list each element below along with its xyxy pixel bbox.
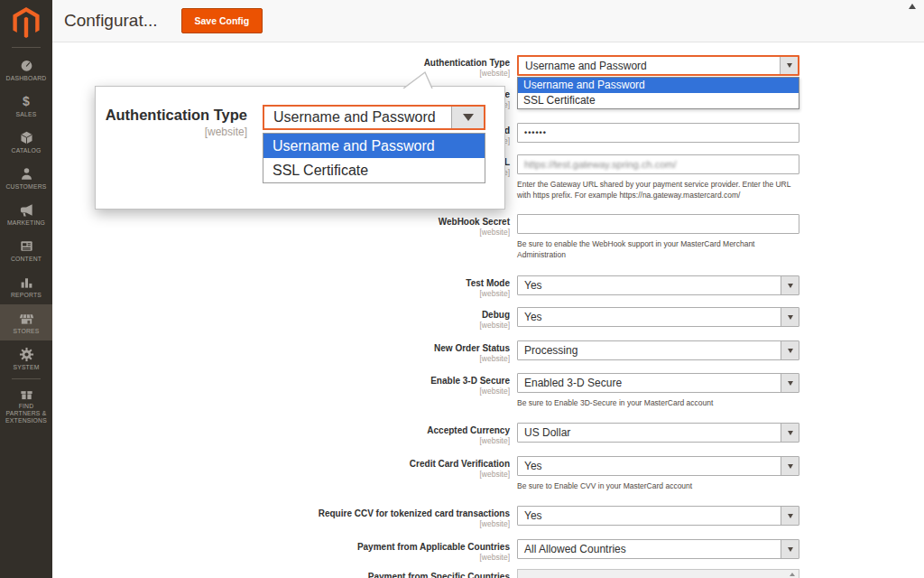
callout-field-label: Authentication Type [106, 107, 247, 124]
field-scope: [website] [143, 289, 510, 299]
magento-logo-icon [13, 7, 40, 38]
magento-logo[interactable] [0, 0, 52, 45]
sales-dollar-icon: $ [23, 94, 30, 109]
accepted-currency-select[interactable]: US Dollar [517, 423, 799, 443]
customers-person-icon [19, 166, 34, 182]
field-note: Be sure to Enable CVV in your MasterCard… [517, 480, 793, 491]
field-scope: [website] [143, 553, 510, 563]
field-label: Payment from Applicable Countries [143, 542, 510, 553]
sidebar-item-catalog[interactable]: CATALOG [0, 124, 52, 160]
callout-dropdown-option[interactable]: SSL Certificate [263, 158, 485, 182]
admin-sidebar: DASHBOARD $ SALES CATALOG CUSTOMERS MARK… [0, 0, 52, 578]
system-gear-icon [19, 347, 34, 362]
sidebar-item-label: DASHBOARD [6, 75, 47, 82]
sidebar-item-label: CATALOG [12, 147, 42, 154]
field-scope: [website] [143, 69, 510, 79]
api-password-input[interactable]: •••••• [517, 123, 799, 143]
sidebar-item-find-partners[interactable]: FIND PARTNERS & EXTENSIONS [0, 383, 52, 426]
sidebar-item-stores[interactable]: STORES [0, 304, 52, 340]
chevron-down-icon [788, 547, 793, 552]
field-note: Be sure to Enable 3D-Secure in your Mast… [517, 397, 793, 408]
sidebar-item-label: CONTENT [11, 256, 42, 263]
field-label: Debug [143, 310, 510, 321]
callout-dropdown-option[interactable]: Username and Password [263, 134, 485, 158]
sidebar-item-customers[interactable]: CUSTOMERS [0, 160, 52, 196]
dashboard-gauge-icon [19, 58, 34, 73]
field-scope: [website] [143, 519, 510, 529]
field-label: WebHook Secret [143, 217, 510, 228]
sidebar-item-content[interactable]: CONTENT [0, 232, 52, 268]
chevron-down-icon [788, 284, 793, 288]
chevron-down-icon [788, 464, 793, 469]
dropdown-option[interactable]: Username and Password [518, 78, 799, 93]
chevron-down-icon [788, 381, 793, 386]
require-ccv-select[interactable]: Yes [517, 506, 799, 526]
field-scope: [website] [143, 436, 510, 446]
field-label: Test Mode [143, 278, 510, 289]
magento-admin-page: DASHBOARD $ SALES CATALOG CUSTOMERS MARK… [0, 0, 924, 578]
sidebar-item-dashboard[interactable]: DASHBOARD [0, 51, 52, 88]
credit-card-verification-select[interactable]: Yes [517, 456, 799, 476]
authentication-type-callout: Authentication Type [website] Username a… [95, 86, 505, 210]
field-label: Authentication Type [143, 58, 510, 69]
webhook-secret-input[interactable] [517, 214, 799, 234]
field-label: New Order Status [143, 343, 510, 354]
sidebar-item-label: STORES [13, 328, 39, 335]
field-note: Be sure to enable the WebHook support in… [517, 238, 793, 261]
chevron-down-icon [788, 514, 793, 518]
field-label: Enable 3-D Secure [143, 376, 510, 387]
content-page-icon [19, 238, 34, 254]
sidebar-item-reports[interactable]: REPORTS [0, 268, 52, 304]
select-value: Username and Password [519, 57, 780, 74]
field-label: Require CCV for tokenized card transacti… [143, 508, 510, 519]
field-note: Enter the Gateway URL shared by your pay… [517, 179, 793, 201]
payment-applicable-countries-select[interactable]: All Allowed Countries [517, 539, 799, 559]
new-order-status-select[interactable]: Processing [517, 340, 799, 360]
enable-3d-secure-select[interactable]: Enabled 3-D Secure [517, 373, 799, 393]
stores-shop-icon [19, 311, 34, 326]
blurred-url-value: https://test.gateway.spring.ch.com/ [524, 159, 677, 170]
api-gateway-url-input[interactable]: https://test.gateway.spring.ch.com/ [517, 154, 799, 174]
callout-dropdown: Username and Password SSL Certificate [263, 133, 485, 183]
sidebar-item-label: MARKETING [7, 219, 45, 227]
sidebar-item-label: FIND PARTNERS & EXTENSIONS [2, 403, 51, 424]
chevron-down-icon [787, 63, 792, 68]
test-mode-select[interactable]: Yes [517, 275, 799, 295]
catalog-box-icon [19, 130, 34, 145]
callout-pointer [402, 70, 433, 92]
field-label: Credit Card Verification [143, 459, 510, 470]
save-config-button[interactable]: Save Config [181, 8, 263, 33]
sidebar-item-label: REPORTS [11, 292, 42, 299]
chevron-down-icon [788, 349, 793, 353]
sidebar-item-system[interactable]: SYSTEM [0, 340, 52, 377]
partners-gift-icon [19, 386, 34, 401]
dropdown-option[interactable]: SSL Certificate [518, 93, 799, 108]
sidebar-item-sales[interactable]: $ SALES [0, 88, 52, 124]
field-scope: [website] [143, 321, 510, 331]
sidebar-divider [12, 47, 41, 48]
configuration-form: Authentication Type [website] Username a… [52, 42, 924, 578]
chevron-down-icon [788, 431, 793, 435]
payment-specific-countries-multiselect [517, 569, 799, 578]
field-scope: [website] [143, 470, 510, 480]
chevron-down-icon [788, 315, 793, 320]
page-header: Configurat... Save Config [52, 0, 924, 42]
authentication-type-dropdown: Username and Password SSL Certificate [517, 77, 799, 109]
sidebar-divider [12, 378, 41, 379]
reports-bar-chart-icon [19, 275, 34, 290]
field-label: Payment from Specific Countries [143, 572, 510, 578]
callout-field-scope: [website] [205, 126, 247, 138]
scroll-top-icon[interactable] [909, 4, 916, 9]
marketing-megaphone-icon [19, 202, 34, 218]
field-label: Accepted Currency [143, 425, 510, 436]
field-scope: [website] [143, 228, 510, 238]
field-scope: [website] [143, 387, 510, 396]
authentication-type-select[interactable]: Username and Password [517, 55, 799, 76]
chevron-down-icon [463, 114, 474, 121]
sidebar-item-label: CUSTOMERS [5, 183, 46, 191]
sidebar-item-marketing[interactable]: MARKETING [0, 196, 52, 232]
debug-select[interactable]: Yes [517, 307, 799, 327]
scroll-up-icon [790, 573, 795, 576]
callout-authentication-type-select[interactable]: Username and Password [263, 105, 485, 130]
field-scope: [website] [143, 354, 510, 364]
